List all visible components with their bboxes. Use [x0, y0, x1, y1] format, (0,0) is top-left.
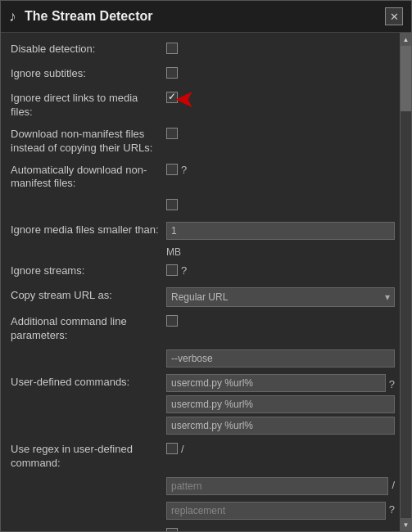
additional-cmd-label: Additional command line parameters:	[11, 313, 166, 343]
user-defined-commands-control: ?	[166, 374, 395, 435]
auto-download-row: Automatically download non-manifest file…	[11, 162, 395, 192]
red-arrow-indicator: ➤	[174, 87, 195, 111]
additional-cmd-label-text: Additional command line parameters:	[11, 315, 127, 341]
extra-checkbox-control	[166, 197, 395, 210]
additional-cmd-control	[166, 313, 395, 327]
user-cmd-input-2[interactable]	[166, 395, 395, 413]
ignore-smaller-input[interactable]	[166, 222, 395, 240]
bottom-checkbox[interactable]	[166, 528, 178, 531]
ignore-subtitles-control	[166, 65, 395, 79]
copy-stream-url-control: Regular URL Streamlink URL Custom	[166, 287, 395, 307]
user-defined-commands-label: User-defined commands:	[11, 374, 166, 390]
use-regex-label: Use regex in user-defined command:	[11, 441, 166, 471]
verbose-input[interactable]	[166, 349, 395, 367]
title-bar: ♪ The Stream Detector ✕	[1, 1, 411, 33]
use-regex-row: Use regex in user-defined command: /	[11, 441, 395, 471]
scrollbar-thumb-area	[401, 46, 411, 518]
user-cmd-inputs: ?	[166, 374, 395, 435]
disable-detection-label: Disable detection:	[11, 41, 166, 56]
close-button[interactable]: ✕	[385, 7, 403, 25]
ignore-streams-control: ?	[166, 263, 395, 277]
user-cmd-input-1[interactable]	[166, 374, 386, 392]
pattern-control: /	[166, 477, 395, 495]
main-window: ♪ The Stream Detector ✕ Disable detectio…	[0, 0, 412, 532]
replacement-help-icon[interactable]: ?	[389, 502, 395, 516]
ignore-streams-row: Ignore streams: ?	[11, 263, 395, 281]
scrollbar-down-btn[interactable]: ▼	[401, 518, 411, 531]
user-cmd-row-3	[166, 417, 395, 435]
download-non-manifest-row: Download non-manifest files instead of c…	[11, 126, 395, 156]
copy-stream-url-wrapper: Regular URL Streamlink URL Custom	[166, 287, 395, 307]
download-non-manifest-label: Download non-manifest files instead of c…	[11, 126, 166, 156]
use-regex-checkbox[interactable]	[166, 443, 178, 454]
auto-download-checkbox[interactable]	[166, 164, 178, 175]
replacement-row: ?	[11, 502, 395, 520]
replacement-input[interactable]	[166, 502, 386, 520]
copy-stream-url-select[interactable]: Regular URL Streamlink URL Custom	[166, 287, 395, 307]
scrollbar-up-btn[interactable]: ▲	[401, 33, 411, 46]
ignore-subtitles-row: Ignore subtitles:	[11, 65, 395, 83]
use-regex-control: /	[166, 441, 395, 455]
scroll-content: Disable detection: Ignore subtitles: Ign…	[1, 33, 400, 531]
scrollbar-thumb[interactable]	[401, 46, 411, 111]
window-title: The Stream Detector	[25, 9, 385, 24]
pattern-row: /	[11, 477, 395, 495]
bottom-control	[166, 526, 395, 531]
disable-detection-row: Disable detection:	[11, 41, 395, 59]
auto-download-control: ?	[166, 162, 395, 176]
extra-checkbox-row	[11, 197, 395, 215]
additional-cmd-checkbox[interactable]	[166, 315, 178, 327]
download-non-manifest-control	[166, 126, 395, 139]
extra-checkbox-label	[11, 197, 166, 199]
unit-label: MB	[166, 246, 181, 258]
scrollbar: ▲ ▼	[400, 33, 411, 531]
replacement-control: ?	[166, 502, 395, 520]
additional-cmd-row: Additional command line parameters:	[11, 313, 395, 343]
pattern-separator: /	[392, 477, 395, 491]
bottom-row	[11, 526, 395, 531]
copy-stream-url-label: Copy stream URL as:	[11, 287, 166, 303]
ignore-streams-label: Ignore streams:	[11, 263, 166, 278]
download-non-manifest-checkbox[interactable]	[166, 128, 178, 139]
extra-checkbox[interactable]	[166, 199, 178, 210]
ignore-subtitles-checkbox[interactable]	[166, 67, 178, 79]
verbose-control	[166, 349, 395, 367]
user-cmd-row-1: ?	[166, 374, 395, 392]
content-area: Disable detection: Ignore subtitles: Ign…	[1, 33, 411, 531]
auto-download-help-icon[interactable]: ?	[181, 162, 187, 176]
unit-row: MB	[166, 246, 395, 258]
copy-stream-url-row: Copy stream URL as: Regular URL Streamli…	[11, 287, 395, 307]
app-icon: ♪	[9, 8, 16, 25]
ignore-smaller-label: Ignore media files smaller than:	[11, 222, 166, 237]
disable-detection-checkbox[interactable]	[166, 43, 178, 54]
verbose-row	[11, 349, 395, 367]
user-cmd-row-2	[166, 395, 395, 413]
disable-detection-control	[166, 41, 395, 54]
ignore-smaller-control	[166, 222, 395, 240]
user-cmd-input-3[interactable]	[166, 417, 395, 435]
ignore-streams-help-icon[interactable]: ?	[181, 263, 187, 277]
user-cmd-help-icon[interactable]: ?	[389, 376, 395, 390]
auto-download-label: Automatically download non-manifest file…	[11, 162, 166, 192]
ignore-direct-links-control: ➤	[166, 90, 395, 103]
user-defined-commands-row: User-defined commands: ?	[11, 374, 395, 435]
ignore-smaller-row: Ignore media files smaller than:	[11, 222, 395, 240]
pattern-input[interactable]	[166, 477, 388, 495]
ignore-direct-links-row: Ignore direct links to media files: ➤	[11, 90, 395, 119]
ignore-streams-checkbox[interactable]	[166, 264, 178, 276]
use-regex-separator: /	[181, 441, 184, 455]
ignore-subtitles-label: Ignore subtitles:	[11, 65, 166, 81]
ignore-direct-links-label: Ignore direct links to media files:	[11, 90, 166, 119]
